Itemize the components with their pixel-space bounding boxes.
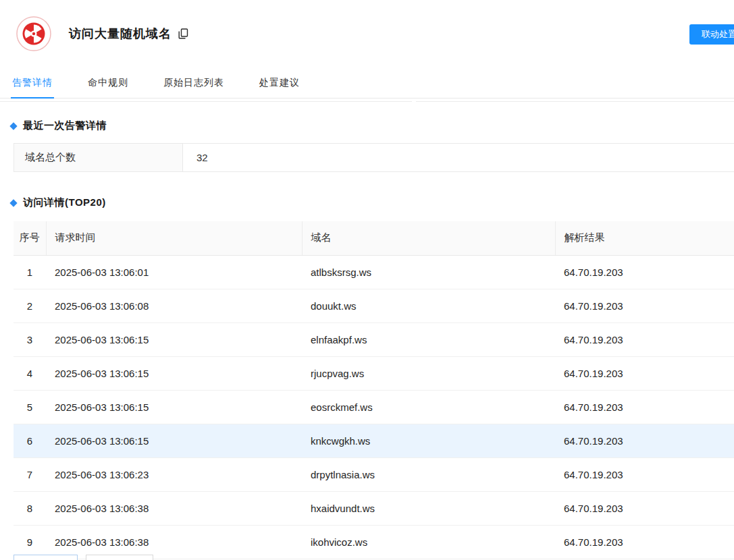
cell-no: 1 [14,255,46,289]
cell-resolve-result: 64.70.19.203 [555,356,734,390]
header-resolve-result: 解析结果 [555,221,734,255]
cell-domain: knkcwgkh.ws [302,424,555,457]
cell-no: 2 [14,289,46,323]
table-row[interactable]: 4 2025-06-03 13:06:15 rjucpvag.ws 64.70.… [14,356,734,390]
cell-resolve-result: 64.70.19.203 [555,424,734,457]
table-row[interactable]: 5 2025-06-03 13:06:15 eosrckmef.ws 64.70… [14,390,734,424]
section-title-text: 最近一次告警详情 [23,119,107,132]
cell-resolve-result: 64.70.19.203 [555,289,734,323]
cell-domain: rjucpvag.ws [302,356,555,390]
clipped-button[interactable] [86,555,153,560]
cell-request-time: 2025-06-03 13:06:15 [46,424,302,457]
cell-no: 8 [14,491,46,525]
table-row[interactable]: 2 2025-06-03 13:06:08 douukt.ws 64.70.19… [14,289,734,323]
alert-type-icon [16,16,51,51]
cell-request-time: 2025-06-03 13:06:01 [46,255,302,289]
tab-hit-rules[interactable]: 命中规则 [86,67,130,98]
linked-disposal-button[interactable]: 联动处置 [689,24,734,45]
cell-domain: hxaidvundt.ws [302,491,555,525]
table-header: 序号 请求时间 域名 解析结果 [14,221,734,255]
header-request-time: 请求时间 [46,221,302,255]
summary-table: 域名总个数 32 [14,143,734,172]
clipped-button[interactable] [14,555,78,560]
table-row[interactable]: 9 2025-06-03 13:06:38 ikohvicoz.ws 64.70… [14,525,734,559]
clipped-table-edge [0,101,734,102]
header-domain: 域名 [302,221,555,255]
cell-resolve-result: 64.70.19.203 [555,390,734,424]
table-row[interactable]: 8 2025-06-03 13:06:38 hxaidvundt.ws 64.7… [14,491,734,525]
page-header: 访问大量随机域名 联动处置 [0,0,734,67]
section-title-text: 访问详情(TOP20) [23,196,106,209]
cell-domain: eosrckmef.ws [302,390,555,424]
access-detail-table: 序号 请求时间 域名 解析结果 1 2025-06-03 13:06:01 at… [14,221,734,559]
cell-request-time: 2025-06-03 13:06:15 [46,356,302,390]
cell-request-time: 2025-06-03 13:06:15 [46,323,302,356]
tab-disposal-advice[interactable]: 处置建议 [258,67,301,98]
cell-no: 9 [14,525,46,559]
tab-bar: 告警详情 命中规则 原始日志列表 处置建议 [0,67,734,99]
copy-icon[interactable] [178,28,188,39]
cell-domain: drpytlnasia.ws [302,457,555,491]
table-body: 1 2025-06-03 13:06:01 atlbsksrsg.ws 64.7… [14,255,734,559]
cell-request-time: 2025-06-03 13:06:38 [46,525,302,559]
cell-no: 5 [14,390,46,424]
table-row[interactable]: 1 2025-06-03 13:06:01 atlbsksrsg.ws 64.7… [14,255,734,289]
table-row[interactable]: 7 2025-06-03 13:06:23 drpytlnasia.ws 64.… [14,457,734,491]
cell-resolve-result: 64.70.19.203 [555,457,734,491]
cell-resolve-result: 64.70.19.203 [555,255,734,289]
clipped-bottom-controls [14,555,153,560]
cell-domain: ikohvicoz.ws [302,525,555,559]
page-title: 访问大量随机域名 [69,26,172,42]
cell-resolve-result: 64.70.19.203 [555,491,734,525]
table-row[interactable]: 3 2025-06-03 13:06:15 elnfaakpf.ws 64.70… [14,323,734,356]
cell-resolve-result: 64.70.19.203 [555,323,734,356]
table-row[interactable]: 6 2025-06-03 13:06:15 knkcwgkh.ws 64.70.… [14,424,734,457]
cell-no: 4 [14,356,46,390]
diamond-bullet-icon [9,199,17,206]
header-no: 序号 [14,221,46,255]
diamond-bullet-icon [9,122,17,130]
summary-value: 32 [183,144,734,171]
cell-domain: elnfaakpf.ws [302,323,555,356]
cell-domain: atlbsksrsg.ws [302,255,555,289]
cell-no: 3 [14,323,46,356]
tab-alert-detail[interactable]: 告警详情 [11,67,54,98]
cell-no: 6 [14,424,46,457]
cell-request-time: 2025-06-03 13:06:38 [46,491,302,525]
cell-request-time: 2025-06-03 13:06:15 [46,390,302,424]
alert-detail-page: 访问大量随机域名 联动处置 告警详情 命中规则 原始日志列表 处置建议 最近一次… [0,0,734,560]
cell-domain: douukt.ws [302,289,555,323]
section-title-access-detail: 访问详情(TOP20) [11,196,734,209]
cell-resolve-result: 64.70.19.203 [555,525,734,559]
tab-raw-log-list[interactable]: 原始日志列表 [162,67,226,98]
cell-request-time: 2025-06-03 13:06:08 [46,289,302,323]
cell-no: 7 [14,457,46,491]
cell-request-time: 2025-06-03 13:06:23 [46,457,302,491]
summary-label: 域名总个数 [14,144,183,171]
section-title-latest-alert: 最近一次告警详情 [11,119,734,132]
